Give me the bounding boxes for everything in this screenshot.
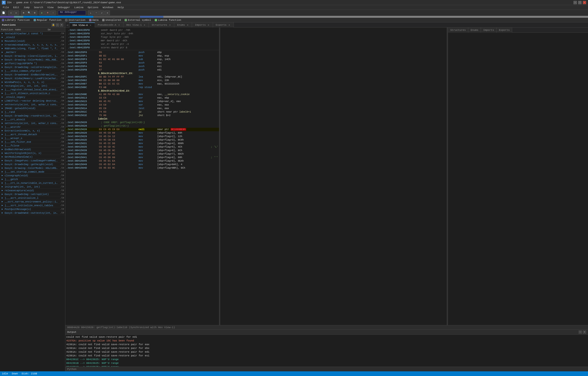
asm-addr-16[interactable]: .text:0041561A [66, 107, 99, 110]
func-row-31[interactable]: ▶ EndBatchDraw(void) .te [0, 148, 65, 151]
tab-hex-view-close[interactable]: ✕ [143, 23, 146, 26]
func-row-33[interactable]: ▶ GetModuleHandleW(x) .te [0, 155, 65, 159]
func-row-12[interactable]: ▶ EasyX::GlobalMemory::LoadFile(wchar_t … [0, 77, 65, 80]
asm-addr-30[interactable]: .text:0041563D [66, 152, 99, 156]
func-row-5[interactable]: ▶ _matherr .te [0, 50, 65, 54]
func-row-40[interactable]: ▶ j___crt_is_nonwritable_in_current_imag… [0, 181, 65, 185]
asm-addr-2[interactable]: .text:004155F3 [66, 58, 99, 61]
asm-row-17[interactable]: .text:0041561C 74 03 jz short near ptr l… [65, 110, 219, 114]
functions-lock-button[interactable]: 🔒 [52, 23, 55, 27]
asm-row-0[interactable]: .text:004155F0 55 push ebp [65, 51, 219, 54]
tab-hex-view[interactable]: Hex View-1 ✕ [123, 22, 149, 28]
func-row-25[interactable]: ▶ j___wcsrchr .te [0, 125, 65, 129]
back-button[interactable]: ◁ [8, 11, 13, 15]
asm-row-31[interactable]: .text:00415641 C6 45 D0 60 mov [ebp+flag… [65, 156, 219, 159]
asm-row-32[interactable]: .text:00415645 C6 45 D1 EA mov [ebp+flag… [65, 159, 219, 163]
forward-button[interactable]: ▷ [14, 11, 19, 15]
asm-row-24[interactable]: .text:00415620 C6 45 C9 89 mov [ebp+flag… [65, 131, 219, 135]
asm-row-26[interactable]: .text:0041562D C6 45 CB C6 mov [ebp+flag… [65, 138, 219, 142]
asm-addr-27[interactable]: .text:00415631 [66, 142, 99, 145]
step-into-button[interactable]: ↘ [88, 11, 93, 15]
output-header-controls[interactable]: □ ✕ [579, 331, 586, 334]
asm-addr-0[interactable]: .text:004155F0 [66, 51, 99, 54]
asm-row-2[interactable]: .text:004155F3 81 EC 4C 01 00 00 sub esp… [65, 58, 219, 61]
menu-item-view[interactable]: View [45, 5, 55, 10]
menu-item-jump[interactable]: Jump [22, 5, 32, 10]
asm-addr-33[interactable]: .text:00415649 [66, 163, 99, 166]
asm-addr-12[interactable]: .text:0041560E [66, 93, 99, 96]
func-row-35[interactable]: ▶ EasyX::DrawOnImg::getheight(void) .te [0, 163, 65, 166]
asm-addr-31[interactable]: .text:00415641 [66, 156, 99, 159]
asm-addr-14[interactable]: .text:00415615 [66, 100, 99, 103]
asm-addr-19[interactable]: .text:0041561E [66, 114, 99, 117]
tab-structures-close[interactable]: ✕ [168, 23, 171, 26]
func-row-41[interactable]: ▶ initgraph(int, int, int) .te [0, 185, 65, 189]
run-to-button[interactable]: ↠ [105, 11, 110, 15]
side-tab-exports[interactable]: Exports [496, 28, 512, 33]
asm-addr-8[interactable]: .text:00415602 [66, 79, 99, 82]
asm-addr-15[interactable]: .text:00415618 [66, 103, 99, 107]
maximize-button[interactable]: □ [578, 1, 581, 4]
func-row-1[interactable]: ▶ _stoul2 .te [0, 35, 65, 39]
debugger-selector[interactable]: No debugger [58, 11, 86, 15]
func-row-0[interactable]: ▶ textwidth(wchar_t const *) .te [0, 32, 65, 35]
asm-addr-13[interactable]: .text:00415613 [66, 96, 99, 100]
side-tab-row[interactable]: Structures Enums Imports Exports [448, 28, 588, 33]
asm-addr-24[interactable]: .text:00415620 [66, 131, 99, 135]
asm-addr-17[interactable]: .text:0041561C [66, 110, 99, 114]
func-row-34[interactable]: ▶ EasyX::ImageFunc::LoadImageFromMem(Eas… [0, 159, 65, 163]
tab-pseudocode[interactable]: Pseudocode-A ✕ [95, 22, 123, 28]
asm-addr-4[interactable]: .text:004155FA [66, 65, 99, 68]
menu-item-options[interactable]: Options [86, 5, 100, 10]
asm-row-33[interactable]: .text:00415649 C6 45 D2 04 mov [ebp+flag… [65, 163, 219, 166]
new-button[interactable]: 📄 [1, 11, 6, 15]
asm-addr-9[interactable]: .text:00415607 [66, 82, 99, 86]
func-row-38[interactable]: ▶ closegraph(void) .te [0, 174, 65, 177]
func-row-9[interactable]: ▶ EasyX::DrawOnImg::solidrectangle(int, … [0, 65, 65, 69]
asm-addr-5[interactable]: .text:004155FB [66, 68, 99, 72]
asm-row-19[interactable]: .text:0041561E 75 00 jnz short $+2 [65, 114, 219, 117]
asm-row-28[interactable]: .text:00415635 C6 45 CD 4C mov [ebp+flag… [65, 145, 219, 149]
asm-addr-26[interactable]: .text:0041562D [66, 138, 99, 142]
func-row-46[interactable]: ▶ j___scrt_initialize_onexit_tables .te [0, 204, 65, 207]
step-out-button[interactable]: ↗ [99, 11, 104, 15]
func-row-17[interactable]: ▶ _stoul2_legacy .te [0, 95, 65, 99]
asm-addr-34[interactable]: .text:0041564D [66, 166, 99, 170]
asm-row-7[interactable]: .text:004155FC 8D BD 74 FF FF FF lea edi… [65, 75, 219, 79]
asm-row-14[interactable]: .text:00415615 89 45 FC mov [ebp+var_4],… [65, 100, 219, 103]
asm-addr-3[interactable]: .text:004155F9 [66, 61, 99, 65]
tab-imports[interactable]: Imports ✕ [192, 22, 213, 28]
func-row-26[interactable]: ▶ ExtractionIconW(x, x, x) .te [0, 129, 65, 133]
menu-item-debugger[interactable]: Debugger [56, 5, 72, 10]
asm-row-25[interactable]: .text:00415629 C6 45 CA 12 mov [ebp+flag… [65, 135, 219, 138]
asm-addr-29[interactable]: .text:00415639 [66, 149, 99, 152]
menu-item-windows[interactable]: Windows [101, 5, 115, 10]
func-row-2[interactable]: ▶ MouseHit(void) .te [0, 39, 65, 43]
settings-button[interactable]: ⚙ [32, 11, 37, 15]
asm-row-8[interactable]: .text:00415602 B9 23 00 00 00 mov ecx, 2… [65, 79, 219, 82]
tab-exports[interactable]: Exports ✕ [213, 22, 234, 28]
func-row-32[interactable]: ▶ WaitForSingleObject(x, x) .te [0, 151, 65, 155]
side-tab-structures[interactable]: Structures [448, 28, 468, 33]
run-button[interactable]: ▶ [39, 11, 45, 15]
func-row-21[interactable]: ▶ j__rand .te [0, 110, 65, 114]
functions-close-button[interactable]: ✕ [60, 23, 63, 27]
asm-addr-7[interactable]: .text:004155FC [66, 75, 99, 79]
tab-structures[interactable]: Structures ✕ [149, 22, 174, 28]
func-row-24[interactable]: ▶ settextstyle(int, int, wchar_t const *… [0, 122, 65, 125]
func-row-23[interactable]: ▶ j___crt_atexit .te [0, 118, 65, 122]
asm-row-4[interactable]: .text:004155FA 56 push esi [65, 65, 219, 68]
asm-row-5[interactable]: .text:004155FB 57 push edi [65, 68, 219, 72]
side-tab-imports[interactable]: Imports [481, 28, 496, 33]
hex-view-pane[interactable] [220, 28, 447, 325]
minimize-button[interactable]: ─ [574, 1, 577, 4]
func-row-3[interactable]: ▶ CreateWindowExW(x, x, x, x, x, x, x, x… [0, 43, 65, 47]
step-button[interactable]: ↓ [51, 11, 56, 15]
tab-imports-close[interactable]: ✕ [207, 23, 210, 26]
asm-row-3[interactable]: .text:004155F9 53 push ebx [65, 61, 219, 65]
tab-bar-top[interactable]: ◁ IDA View-A ✕ Pseudocode-A ✕ Hex View-1… [65, 22, 588, 28]
func-row-37[interactable]: ▶ j___set_startup_commit_mode .te [0, 170, 65, 174]
tab-exports-close[interactable]: ✕ [228, 23, 231, 26]
asm-row-27[interactable]: .text:00415631 C6 45 CC D0 mov [ebp+flag… [65, 142, 219, 145]
asm-row-30[interactable]: .text:0041563D C6 45 CF DC mov [ebp+flag… [65, 152, 219, 156]
